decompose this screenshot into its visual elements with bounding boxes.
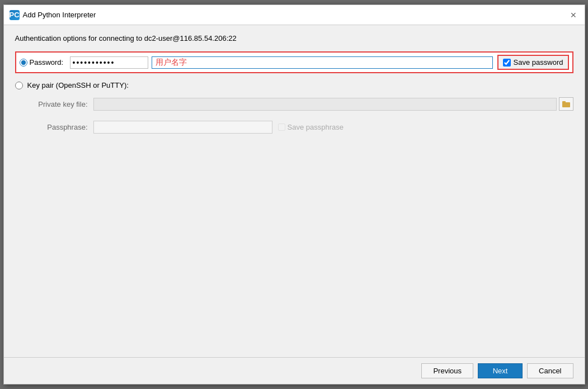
keypair-option-row: Key pair (OpenSSH or PuTTY): bbox=[15, 80, 573, 91]
save-passphrase-label: Save passphrase bbox=[288, 123, 344, 131]
passphrase-label: Passphrase: bbox=[26, 123, 93, 131]
browse-button[interactable] bbox=[559, 97, 573, 111]
footer: Previous Next Cancel bbox=[4, 357, 585, 384]
private-key-label: Private key file: bbox=[26, 100, 93, 108]
title-bar: PC Add Python Interpreter ✕ bbox=[4, 5, 585, 25]
cancel-button[interactable]: Cancel bbox=[527, 363, 573, 378]
private-key-row: Private key file: bbox=[26, 97, 573, 111]
private-key-input bbox=[93, 98, 557, 111]
save-password-container: Save password bbox=[497, 55, 569, 70]
save-password-checkbox[interactable] bbox=[503, 59, 511, 67]
password-input[interactable] bbox=[70, 56, 148, 69]
password-radio-label[interactable]: Password: bbox=[20, 58, 70, 67]
passphrase-input bbox=[93, 121, 272, 134]
password-option-row: Password: Save password bbox=[15, 51, 573, 73]
save-passphrase-container: Save passphrase bbox=[278, 123, 344, 131]
dialog-title: Add Python Interpreter bbox=[23, 11, 568, 19]
next-button[interactable]: Next bbox=[478, 363, 523, 378]
close-button[interactable]: ✕ bbox=[568, 10, 579, 21]
add-python-interpreter-dialog: PC Add Python Interpreter ✕ Authenticati… bbox=[3, 4, 585, 385]
dialog-icon: PC bbox=[10, 10, 20, 20]
save-password-label: Save password bbox=[514, 58, 563, 67]
previous-button[interactable]: Previous bbox=[421, 363, 473, 378]
subtitle: Authentication options for connecting to… bbox=[15, 34, 573, 42]
password-radio[interactable] bbox=[20, 59, 27, 67]
save-passphrase-checkbox bbox=[278, 124, 285, 131]
svg-rect-1 bbox=[562, 101, 566, 103]
username-field[interactable] bbox=[152, 56, 493, 69]
keypair-radio[interactable] bbox=[15, 82, 23, 89]
keypair-label: Key pair (OpenSSH or PuTTY): bbox=[27, 81, 129, 89]
passphrase-row: Passphrase: Save passphrase bbox=[26, 121, 573, 134]
dialog-content: Authentication options for connecting to… bbox=[4, 25, 585, 357]
